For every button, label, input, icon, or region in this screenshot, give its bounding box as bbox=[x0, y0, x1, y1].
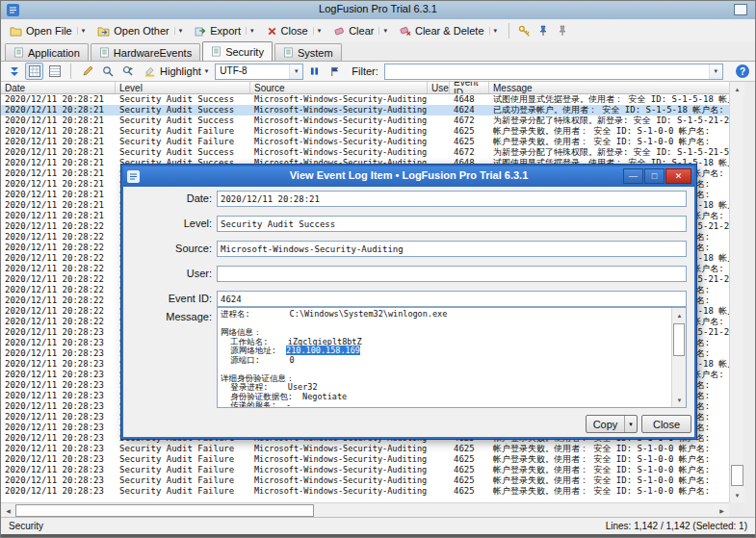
log-doc-icon bbox=[211, 46, 222, 57]
level-field[interactable] bbox=[217, 216, 687, 232]
scroll-left-arrow[interactable]: ◀ bbox=[1, 503, 15, 518]
log-doc-icon bbox=[99, 47, 110, 58]
chevron-down-icon[interactable]: ▾ bbox=[77, 27, 86, 35]
flag-button[interactable] bbox=[326, 63, 344, 80]
cell-date: 2020/12/11 20:28:23 bbox=[1, 486, 116, 497]
cell-date: 2020/12/11 20:28:23 bbox=[1, 454, 116, 465]
cell-source: Microsoft-Windows-Security-Auditing bbox=[250, 126, 428, 137]
chevron-down-icon[interactable]: ▾ bbox=[246, 27, 254, 35]
user-field[interactable] bbox=[217, 266, 687, 282]
chevron-down-icon[interactable]: ▾ bbox=[205, 67, 209, 75]
table-row[interactable]: 2020/12/11 20:28:23Security Audit Failur… bbox=[1, 444, 729, 454]
column-header-source[interactable]: Source bbox=[250, 82, 428, 93]
pause-button[interactable] bbox=[305, 63, 324, 80]
cell-msg: 帐户登录失败。使用者： 安全 ID: S-1-0-0 帐户名: bbox=[489, 126, 729, 137]
column-header-user[interactable]: User bbox=[428, 82, 450, 93]
table-row[interactable]: 2020/12/11 20:28:23Security Audit Failur… bbox=[1, 465, 729, 475]
close-log-button[interactable]: Close ▾ bbox=[261, 21, 327, 40]
cell-msg: 试图使用显式凭据登录。使用者： 安全 ID: S-1-5-18 帐户名: bbox=[489, 94, 729, 105]
pin-gray-icon bbox=[557, 25, 568, 37]
find-button[interactable] bbox=[98, 63, 117, 80]
cell-level: Security Audit Success bbox=[116, 94, 250, 105]
column-header-date[interactable]: Date bbox=[1, 82, 116, 93]
message-scrollbar[interactable]: ▲ ▼ bbox=[671, 308, 686, 407]
copy-button[interactable]: Copy ▾ bbox=[586, 415, 638, 433]
highlight-button[interactable]: Highlight ▾ bbox=[139, 63, 213, 81]
clear-delete-button[interactable]: Clear & Delete ▾ bbox=[394, 21, 503, 40]
vertical-scrollbar[interactable]: ▲ ▼ bbox=[729, 82, 743, 502]
double-chevron-down-icon bbox=[10, 66, 19, 77]
chevron-down-icon[interactable]: ▾ bbox=[174, 27, 183, 35]
dialog-maximize-button[interactable]: □ bbox=[644, 168, 665, 184]
chevron-down-icon[interactable]: ▾ bbox=[289, 64, 302, 79]
chevron-down-icon[interactable]: ▾ bbox=[709, 64, 722, 79]
cell-source: Microsoft-Windows-Security-Auditing bbox=[250, 137, 428, 147]
cell-date: 2020/12/11 20:28:22 bbox=[1, 306, 116, 317]
filter-input[interactable] bbox=[385, 64, 709, 79]
source-field[interactable] bbox=[217, 241, 687, 257]
tab-security[interactable]: Security bbox=[202, 41, 273, 61]
horizontal-scrollbar[interactable]: ◀ ▶ bbox=[1, 502, 729, 517]
table-row[interactable]: 2020/12/11 20:28:21Security Audit Succes… bbox=[1, 105, 729, 115]
table-row[interactable]: 2020/12/11 20:28:21Security Audit Succes… bbox=[1, 115, 729, 126]
encoding-select[interactable]: UTF-8 ▾ bbox=[215, 64, 303, 80]
close-icon bbox=[267, 26, 277, 37]
column-header-message[interactable]: Message bbox=[489, 82, 729, 93]
chevron-down-icon[interactable]: ▾ bbox=[378, 27, 387, 35]
message-scroll-up-arrow[interactable]: ▲ bbox=[672, 308, 687, 322]
find-next-button[interactable] bbox=[118, 63, 137, 80]
scroll-down-arrow[interactable]: ▼ bbox=[730, 488, 744, 502]
dialog-close-icon-button[interactable]: ✕ bbox=[665, 168, 691, 184]
column-header-eventid[interactable]: Event ID bbox=[450, 82, 489, 93]
cell-eid: 4625 bbox=[450, 475, 489, 486]
row-view-button[interactable] bbox=[45, 63, 64, 80]
chevron-down-icon[interactable]: ▾ bbox=[489, 27, 498, 35]
open-file-button[interactable]: Open File ▾ bbox=[4, 21, 91, 40]
scroll-up-arrow[interactable]: ▲ bbox=[730, 82, 744, 96]
export-button[interactable]: Export ▾ bbox=[189, 21, 259, 40]
event-id-field[interactable] bbox=[217, 291, 687, 307]
cell-date: 2020/12/11 20:28:23 bbox=[1, 423, 116, 433]
cell-eid: 4672 bbox=[450, 147, 489, 158]
open-other-button[interactable]: Open Other ▾ bbox=[91, 21, 188, 40]
message-scrollbar-thumb[interactable] bbox=[673, 323, 685, 356]
filter-combobox[interactable]: ▾ bbox=[384, 64, 723, 80]
table-row[interactable]: 2020/12/11 20:28:23Security Audit Failur… bbox=[1, 454, 729, 465]
tab-system[interactable]: System bbox=[274, 43, 342, 61]
date-field[interactable] bbox=[217, 191, 687, 207]
tab-system-label: System bbox=[298, 47, 333, 59]
dialog-minimize-button[interactable]: — bbox=[623, 168, 643, 184]
column-header-level[interactable]: Level bbox=[116, 82, 250, 93]
cell-user bbox=[428, 444, 450, 454]
table-row[interactable]: 2020/12/11 20:28:21Security Audit Succes… bbox=[1, 147, 729, 158]
scroll-to-bottom-button[interactable] bbox=[5, 63, 23, 80]
chevron-down-icon[interactable]: ▾ bbox=[624, 416, 637, 432]
grid-view-button[interactable] bbox=[25, 63, 43, 80]
tab-hardwareevents[interactable]: HardwareEvents bbox=[91, 43, 200, 61]
table-row[interactable]: 2020/12/11 20:28:23Security Audit Failur… bbox=[1, 486, 729, 497]
cell-date: 2020/12/11 20:28:21 bbox=[1, 94, 116, 105]
clear-button[interactable]: Clear ▾ bbox=[327, 21, 393, 40]
chevron-down-icon[interactable]: ▾ bbox=[313, 27, 322, 35]
pin-disabled-button[interactable] bbox=[553, 21, 572, 40]
message-scroll-down-arrow[interactable]: ▼ bbox=[672, 393, 687, 407]
edit-button[interactable] bbox=[78, 63, 96, 80]
close-button[interactable]: Close bbox=[641, 415, 691, 433]
table-row[interactable]: 2020/12/11 20:28:23Security Audit Failur… bbox=[1, 475, 729, 486]
vertical-scrollbar-thumb[interactable] bbox=[731, 465, 743, 486]
cell-source: Microsoft-Windows-Security-Auditing bbox=[250, 115, 428, 126]
scroll-right-arrow[interactable]: ▶ bbox=[715, 503, 729, 518]
window-restore-button[interactable] bbox=[734, 4, 747, 15]
pin-window-button[interactable] bbox=[534, 21, 553, 40]
search-next-icon bbox=[122, 65, 134, 77]
table-row[interactable]: 2020/12/11 20:28:21Security Audit Succes… bbox=[1, 94, 729, 105]
hotkeys-button[interactable] bbox=[514, 21, 534, 40]
table-row[interactable]: 2020/12/11 20:28:21Security Audit Failur… bbox=[1, 137, 729, 147]
status-lines: Lines: 1,142 / 1,142 (Selected: 1) bbox=[606, 521, 747, 531]
horizontal-scrollbar-thumb[interactable] bbox=[15, 504, 314, 517]
table-row[interactable]: 2020/12/11 20:28:21Security Audit Failur… bbox=[1, 126, 729, 137]
help-button[interactable]: ? bbox=[736, 64, 749, 78]
message-field[interactable]: 进程名: C:\Windows\System32\winlogon.exe 网络… bbox=[217, 307, 687, 408]
tab-application[interactable]: Application bbox=[5, 43, 89, 61]
cell-eid: 4625 bbox=[450, 137, 489, 147]
